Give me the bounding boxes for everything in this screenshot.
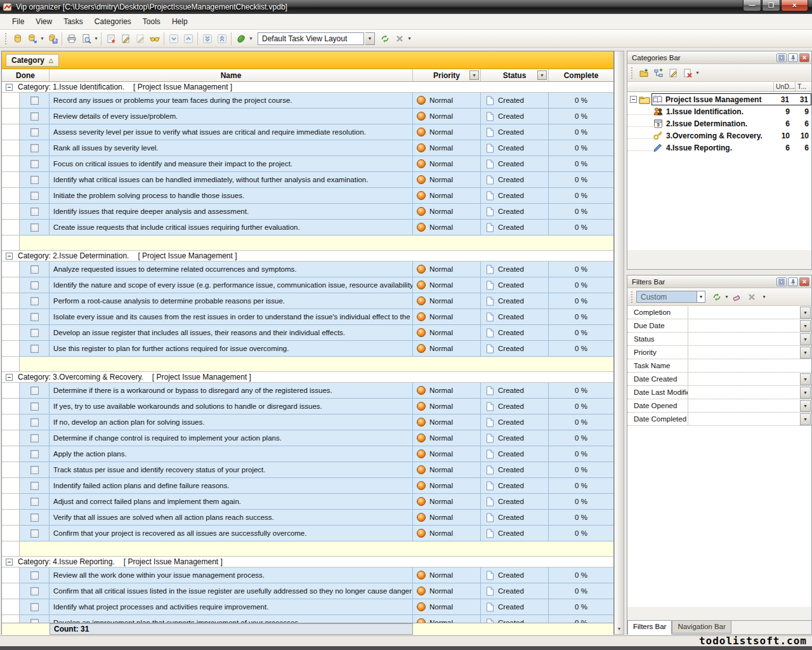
- status-cell[interactable]: Created: [481, 526, 549, 541]
- filter-preset-combobox[interactable]: Custom: [636, 291, 697, 303]
- menu-item-view[interactable]: View: [30, 15, 58, 28]
- tree-item-body[interactable]: Project Issue Management3131: [652, 93, 811, 105]
- priority-cell[interactable]: Normal: [413, 583, 481, 599]
- status-cell[interactable]: Created: [481, 430, 549, 446]
- task-name-cell[interactable]: Create issue requests that include criti…: [49, 220, 413, 235]
- category-group-header[interactable]: Category: 1.Issue Identification.[ Proje…: [2, 82, 613, 93]
- status-cell[interactable]: Created: [481, 494, 549, 510]
- move-top-button[interactable]: [214, 32, 229, 46]
- task-row[interactable]: Track status per issue and identify reco…: [2, 462, 613, 478]
- tree-item[interactable]: 4.Issue Reporting.66: [627, 142, 811, 154]
- status-cell[interactable]: Created: [481, 156, 549, 172]
- collapse-icon[interactable]: [6, 374, 13, 381]
- task-row[interactable]: Review all the work done within your iss…: [2, 567, 613, 583]
- task-checkbox[interactable]: [30, 402, 39, 411]
- task-row[interactable]: Develop an issue register that includes …: [2, 325, 613, 341]
- status-cell[interactable]: Created: [481, 399, 549, 415]
- apply-layout-button[interactable]: [377, 32, 392, 46]
- tree-item-body[interactable]: 52.Issue Determination.66: [653, 117, 811, 129]
- task-name-cell[interactable]: Record any issues or problems your team …: [49, 93, 413, 109]
- task-row[interactable]: Assess severity level per issue to verif…: [2, 124, 613, 140]
- task-row[interactable]: Confirm that your project is recovered a…: [2, 526, 613, 541]
- task-checkbox[interactable]: [30, 112, 39, 121]
- tree-item[interactable]: 1.Issue Identification.99: [627, 105, 811, 117]
- filter-preset-dropdown[interactable]: ▼: [697, 291, 705, 303]
- undone-column-header[interactable]: UnD...: [773, 82, 795, 91]
- task-name-cell[interactable]: Identify issues that require deeper anal…: [49, 204, 413, 220]
- task-row[interactable]: Identify issues that require deeper anal…: [2, 204, 613, 220]
- task-checkbox[interactable]: [30, 265, 39, 274]
- priority-cell[interactable]: Normal: [413, 341, 481, 357]
- layout-combobox-dropdown[interactable]: ▼: [365, 32, 375, 45]
- column-header-name[interactable]: Name: [49, 69, 413, 81]
- tree-item-body[interactable]: 3.Overcoming & Recovery.1010: [653, 129, 811, 142]
- menu-item-file[interactable]: File: [6, 15, 30, 28]
- status-cell[interactable]: Created: [481, 262, 549, 277]
- task-name-cell[interactable]: Initiate the problem solving process to …: [49, 188, 413, 204]
- status-cell[interactable]: Created: [481, 446, 549, 462]
- categories-minimize-icon[interactable]: [776, 53, 787, 62]
- task-checkbox[interactable]: [30, 387, 39, 395]
- priority-cell[interactable]: Normal: [413, 309, 481, 325]
- task-row[interactable]: Isolate every issue and its causes from …: [2, 309, 613, 325]
- task-name-cell[interactable]: Determine if change control is required …: [49, 430, 413, 446]
- task-checkbox[interactable]: [30, 223, 39, 232]
- task-row[interactable]: Confirm that all critical issues listed …: [2, 583, 613, 599]
- dropdown-caret-icon[interactable]: ▾: [93, 36, 99, 41]
- task-row[interactable]: Determine if change control is required …: [2, 430, 613, 446]
- priority-cell[interactable]: Normal: [413, 140, 481, 156]
- status-cell[interactable]: Created: [481, 478, 549, 494]
- task-checkbox[interactable]: [30, 434, 39, 442]
- priority-filter-button[interactable]: ▼: [469, 70, 479, 80]
- layout-combobox[interactable]: Default Task View Layout: [258, 32, 364, 45]
- filter-dropdown-button[interactable]: ▼: [800, 333, 811, 345]
- task-name-cell[interactable]: Track status per issue and identify reco…: [49, 462, 413, 478]
- task-checkbox[interactable]: [30, 450, 39, 458]
- new-category-button[interactable]: [636, 66, 651, 80]
- status-cell[interactable]: Created: [481, 567, 549, 583]
- status-cell[interactable]: Created: [481, 293, 549, 309]
- priority-cell[interactable]: Normal: [413, 567, 481, 583]
- filter-dropdown-button[interactable]: ▼: [800, 387, 811, 399]
- priority-cell[interactable]: Normal: [413, 478, 481, 494]
- task-row[interactable]: If no, develop an action plan for solvin…: [2, 415, 613, 430]
- tree-item[interactable]: Project Issue Management3131: [627, 93, 811, 105]
- task-checkbox[interactable]: [30, 603, 39, 611]
- task-name-cell[interactable]: Identify what project processes and acti…: [49, 599, 413, 615]
- column-header-complete[interactable]: Complete: [549, 69, 613, 81]
- tree-item-body[interactable]: 4.Issue Reporting.66: [653, 142, 811, 154]
- task-checkbox[interactable]: [30, 313, 39, 321]
- filter-dropdown-button[interactable]: ▼: [800, 307, 811, 319]
- priority-cell[interactable]: Normal: [413, 446, 481, 462]
- task-checkbox[interactable]: [30, 587, 39, 595]
- status-cell[interactable]: Created: [481, 188, 549, 204]
- status-cell[interactable]: Created: [481, 383, 549, 399]
- menu-item-tasks[interactable]: Tasks: [58, 15, 89, 28]
- task-checkbox[interactable]: [30, 529, 39, 538]
- priority-cell[interactable]: Normal: [413, 462, 481, 478]
- task-row[interactable]: Focus on critical issues to identify and…: [2, 156, 613, 172]
- filter-dropdown-button[interactable]: ▼: [800, 320, 811, 332]
- task-checkbox[interactable]: [30, 144, 39, 152]
- task-name-cell[interactable]: Rank all issues by severity level.: [49, 140, 413, 156]
- panel-splitter[interactable]: [627, 270, 812, 275]
- dropdown-caret-icon[interactable]: ▾: [407, 36, 412, 41]
- task-row[interactable]: Create issue requests that include criti…: [2, 220, 613, 235]
- category-group-header[interactable]: Category: 3.Overcoming & Recovery.[ Proj…: [2, 372, 613, 383]
- task-checkbox[interactable]: [30, 482, 39, 490]
- task-row[interactable]: If yes, try to use available workarounds…: [2, 399, 613, 415]
- tree-item[interactable]: 3.Overcoming & Recovery.1010: [627, 129, 811, 142]
- clear-layout-button[interactable]: [392, 32, 407, 46]
- save-database-button[interactable]: [45, 32, 60, 46]
- task-name-cell[interactable]: Adjust and correct failed plans and impl…: [49, 494, 413, 510]
- priority-cell[interactable]: Normal: [413, 109, 481, 124]
- apply-filter-button[interactable]: [709, 290, 724, 304]
- task-checkbox[interactable]: [30, 281, 39, 289]
- task-name-cell[interactable]: Develop an issue register that includes …: [49, 325, 413, 341]
- print-button[interactable]: [64, 32, 79, 46]
- status-cell[interactable]: Created: [481, 109, 549, 124]
- status-cell[interactable]: Created: [481, 462, 549, 478]
- new-subcategory-button[interactable]: [651, 66, 665, 80]
- task-row[interactable]: Identify what project processes and acti…: [2, 599, 613, 615]
- priority-cell[interactable]: Normal: [413, 383, 481, 399]
